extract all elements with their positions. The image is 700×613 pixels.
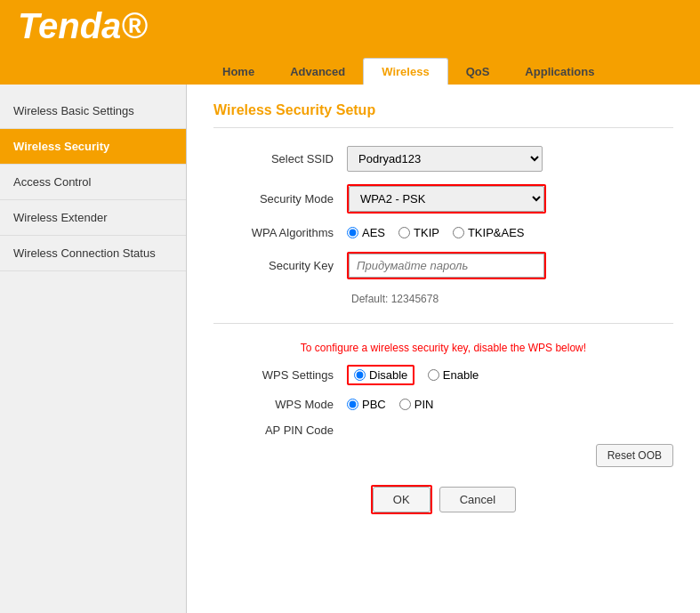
wps-settings-highlight: Disable (347, 365, 414, 385)
wps-disable-radio[interactable] (354, 369, 366, 381)
main-layout: Wireless Basic SettingsWireless Security… (0, 85, 700, 613)
ap-pin-label: AP PIN Code (213, 423, 347, 437)
wpa-algorithms-row: WPA Algorithms AES TKIP TKIP&AES (213, 226, 673, 239)
wpa-aes-option[interactable]: AES (347, 226, 385, 239)
sidebar-item-access-control[interactable]: Access Control (0, 165, 186, 200)
reset-oob-row: Reset OOB (213, 444, 673, 467)
wps-disable-option[interactable]: Disable (354, 368, 407, 382)
wps-warning: To configure a wireless security key, di… (213, 342, 673, 354)
wps-enable-radio[interactable] (428, 369, 439, 381)
ap-pin-row: AP PIN Code (213, 423, 673, 437)
wps-settings-label: WPS Settings (213, 368, 347, 382)
divider (213, 323, 673, 324)
sidebar-item-wireless-security[interactable]: Wireless Security (0, 129, 186, 165)
content-area: Wireless Security Setup Select SSID Podr… (187, 85, 700, 613)
sidebar-item-wireless-basic-settings[interactable]: Wireless Basic Settings (0, 93, 186, 129)
reset-oob-button[interactable]: Reset OOB (596, 444, 673, 467)
wps-settings-control: Disable Enable (347, 365, 632, 385)
wpa-radio-group: AES TKIP TKIP&AES (347, 226, 632, 239)
wpa-tkip-label: TKIP (414, 226, 439, 239)
cancel-button[interactable]: Cancel (439, 487, 516, 512)
wpa-tkipaes-radio[interactable] (453, 227, 464, 238)
wps-pin-radio[interactable] (399, 399, 411, 410)
button-row: OK Cancel (213, 485, 673, 514)
logo-dot: ® (121, 6, 147, 46)
nav-tab-applications[interactable]: Applications (507, 59, 612, 85)
nav-tabs: HomeAdvancedWirelessQoSApplications (0, 52, 700, 85)
wpa-algorithms-label: WPA Algorithms (213, 226, 347, 239)
wps-disable-label: Disable (369, 368, 407, 382)
wpa-algorithms-control: AES TKIP TKIP&AES (347, 226, 632, 239)
wps-enable-option[interactable]: Enable (428, 368, 479, 382)
page-title: Wireless Security Setup (213, 102, 673, 128)
sidebar: Wireless Basic SettingsWireless Security… (0, 85, 187, 613)
ok-button[interactable]: OK (373, 487, 430, 512)
select-ssid-control: Podryad123 (347, 146, 632, 172)
sidebar-item-wireless-connection-status[interactable]: Wireless Connection Status (0, 236, 186, 271)
wpa-aes-radio[interactable] (347, 227, 358, 238)
wps-settings-row: WPS Settings Disable Enable (213, 365, 673, 385)
nav-tab-qos[interactable]: QoS (448, 59, 508, 85)
security-key-input[interactable] (349, 254, 544, 278)
top-area: Tenda® HomeAdvancedWirelessQoSApplicatio… (0, 0, 700, 85)
default-key-value: Default: 12345678 (351, 293, 439, 305)
select-ssid-row: Select SSID Podryad123 (213, 146, 673, 172)
wps-pin-option[interactable]: PIN (399, 398, 434, 411)
wpa-tkipaes-label: TKIP&AES (468, 226, 525, 239)
wps-pbc-option[interactable]: PBC (347, 398, 386, 411)
default-key-text: Default: 12345678 (347, 292, 632, 305)
wps-pbc-radio[interactable] (347, 399, 358, 410)
wps-mode-row: WPS Mode PBC PIN (213, 398, 673, 411)
security-mode-label: Security Mode (213, 192, 347, 206)
default-key-row: Default: 12345678 (213, 292, 673, 305)
wps-mode-radio-group: PBC PIN (347, 398, 632, 411)
nav-tab-advanced[interactable]: Advanced (272, 59, 363, 85)
wpa-tkipaes-option[interactable]: TKIP&AES (453, 226, 525, 239)
wps-enable-label: Enable (443, 368, 479, 382)
logo-area: Tenda® (0, 0, 700, 52)
logo: Tenda (18, 6, 121, 46)
security-mode-highlight: WPA2 - PSK (347, 184, 546, 214)
wpa-aes-label: AES (362, 226, 385, 239)
security-key-highlight (347, 252, 546, 279)
security-mode-row: Security Mode WPA2 - PSK (213, 184, 673, 214)
wps-mode-label: WPS Mode (213, 398, 347, 411)
ssid-select[interactable]: Podryad123 (347, 146, 543, 172)
security-key-label: Security Key (213, 259, 347, 272)
security-key-control (347, 252, 632, 279)
wpa-tkip-radio[interactable] (398, 227, 410, 238)
security-mode-control: WPA2 - PSK (347, 184, 632, 214)
wps-mode-control: PBC PIN (347, 398, 632, 411)
wps-pbc-label: PBC (362, 398, 386, 411)
wps-pin-label: PIN (414, 398, 434, 411)
security-mode-select[interactable]: WPA2 - PSK (349, 186, 544, 212)
nav-tab-home[interactable]: Home (205, 59, 272, 85)
nav-tab-wireless[interactable]: Wireless (363, 58, 447, 85)
sidebar-item-wireless-extender[interactable]: Wireless Extender (0, 200, 186, 236)
security-key-row: Security Key (213, 252, 673, 279)
select-ssid-label: Select SSID (213, 152, 347, 165)
wpa-tkip-option[interactable]: TKIP (398, 226, 439, 239)
ok-highlight: OK (371, 485, 432, 514)
